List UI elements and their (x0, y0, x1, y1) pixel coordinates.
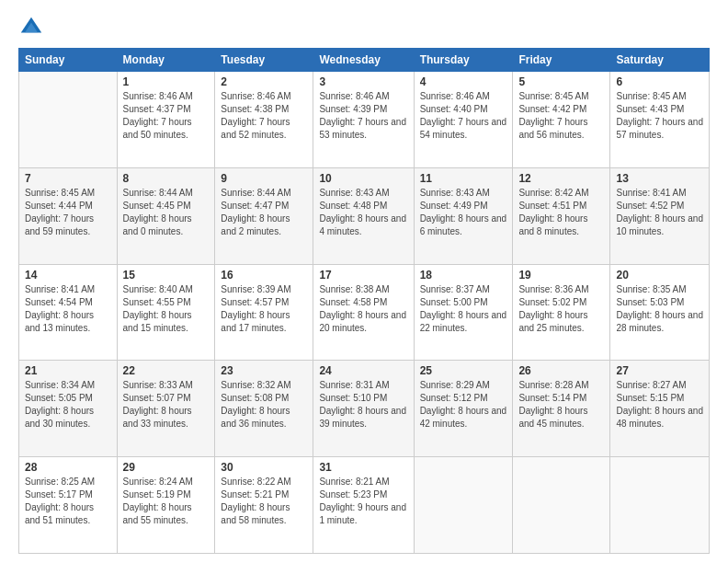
day-number: 24 (319, 364, 407, 377)
calendar-cell: 10Sunrise: 8:43 AMSunset: 4:48 PMDayligh… (313, 167, 414, 264)
calendar-cell: 25Sunrise: 8:29 AMSunset: 5:12 PMDayligh… (414, 361, 513, 457)
calendar-cell: 22Sunrise: 8:33 AMSunset: 5:07 PMDayligh… (117, 361, 215, 457)
day-number: 17 (319, 269, 407, 282)
day-info: Sunrise: 8:29 AMSunset: 5:12 PMDaylight:… (420, 379, 507, 431)
day-number: 1 (123, 75, 210, 88)
calendar-cell: 4Sunrise: 8:46 AMSunset: 4:40 PMDaylight… (414, 72, 513, 168)
day-number: 21 (25, 364, 111, 377)
calendar-week-row: 21Sunrise: 8:34 AMSunset: 5:05 PMDayligh… (19, 361, 710, 457)
day-info: Sunrise: 8:33 AMSunset: 5:07 PMDaylight:… (123, 379, 210, 431)
day-number: 26 (518, 364, 604, 377)
day-number: 27 (616, 364, 703, 377)
calendar-cell: 27Sunrise: 8:27 AMSunset: 5:15 PMDayligh… (610, 361, 710, 457)
weekday-header: Friday (513, 49, 610, 72)
calendar-cell (513, 457, 610, 554)
day-number: 29 (123, 461, 210, 474)
day-info: Sunrise: 8:21 AMSunset: 5:23 PMDaylight:… (319, 476, 407, 527)
calendar-cell: 26Sunrise: 8:28 AMSunset: 5:14 PMDayligh… (513, 361, 610, 457)
day-info: Sunrise: 8:45 AMSunset: 4:43 PMDaylight:… (616, 90, 703, 142)
calendar-cell (610, 457, 710, 554)
weekday-header: Thursday (414, 49, 513, 72)
calendar-cell: 14Sunrise: 8:41 AMSunset: 4:54 PMDayligh… (19, 264, 118, 361)
calendar-cell: 28Sunrise: 8:25 AMSunset: 5:17 PMDayligh… (19, 457, 118, 554)
day-info: Sunrise: 8:34 AMSunset: 5:05 PMDaylight:… (25, 379, 111, 431)
calendar-cell: 31Sunrise: 8:21 AMSunset: 5:23 PMDayligh… (313, 457, 414, 554)
day-number: 9 (221, 172, 307, 185)
day-info: Sunrise: 8:25 AMSunset: 5:17 PMDaylight:… (25, 476, 111, 527)
day-info: Sunrise: 8:46 AMSunset: 4:40 PMDaylight:… (420, 90, 507, 142)
calendar-week-row: 28Sunrise: 8:25 AMSunset: 5:17 PMDayligh… (19, 457, 710, 554)
weekday-header: Wednesday (313, 49, 414, 72)
calendar-cell: 18Sunrise: 8:37 AMSunset: 5:00 PMDayligh… (414, 264, 513, 361)
day-number: 19 (518, 269, 604, 282)
day-number: 13 (616, 172, 703, 185)
day-info: Sunrise: 8:46 AMSunset: 4:38 PMDaylight:… (221, 90, 307, 142)
calendar-table: SundayMondayTuesdayWednesdayThursdayFrid… (18, 48, 710, 554)
calendar-cell: 13Sunrise: 8:41 AMSunset: 4:52 PMDayligh… (610, 167, 710, 264)
day-number: 22 (123, 364, 210, 377)
day-info: Sunrise: 8:45 AMSunset: 4:44 PMDaylight:… (25, 187, 111, 238)
weekday-header: Monday (117, 49, 215, 72)
calendar-header-row: SundayMondayTuesdayWednesdayThursdayFrid… (19, 49, 710, 72)
calendar-cell: 7Sunrise: 8:45 AMSunset: 4:44 PMDaylight… (19, 167, 118, 264)
day-number: 4 (420, 75, 507, 88)
day-info: Sunrise: 8:41 AMSunset: 4:54 PMDaylight:… (25, 283, 111, 335)
day-info: Sunrise: 8:44 AMSunset: 4:47 PMDaylight:… (221, 187, 307, 238)
day-info: Sunrise: 8:43 AMSunset: 4:48 PMDaylight:… (319, 187, 407, 238)
day-info: Sunrise: 8:31 AMSunset: 5:10 PMDaylight:… (319, 379, 407, 431)
day-number: 31 (319, 461, 407, 474)
day-info: Sunrise: 8:28 AMSunset: 5:14 PMDaylight:… (518, 379, 604, 431)
day-info: Sunrise: 8:46 AMSunset: 4:37 PMDaylight:… (123, 90, 210, 142)
day-number: 14 (25, 269, 111, 282)
day-info: Sunrise: 8:37 AMSunset: 5:00 PMDaylight:… (420, 283, 507, 335)
day-info: Sunrise: 8:44 AMSunset: 4:45 PMDaylight:… (123, 187, 210, 238)
calendar-cell: 17Sunrise: 8:38 AMSunset: 4:58 PMDayligh… (313, 264, 414, 361)
day-info: Sunrise: 8:41 AMSunset: 4:52 PMDaylight:… (616, 187, 703, 238)
day-number: 12 (518, 172, 604, 185)
calendar-cell (414, 457, 513, 554)
header (18, 15, 710, 40)
day-number: 28 (25, 461, 111, 474)
calendar-cell: 5Sunrise: 8:45 AMSunset: 4:42 PMDaylight… (513, 72, 610, 168)
calendar-cell: 16Sunrise: 8:39 AMSunset: 4:57 PMDayligh… (215, 264, 313, 361)
calendar-cell: 29Sunrise: 8:24 AMSunset: 5:19 PMDayligh… (117, 457, 215, 554)
day-info: Sunrise: 8:24 AMSunset: 5:19 PMDaylight:… (123, 476, 210, 527)
calendar-cell: 1Sunrise: 8:46 AMSunset: 4:37 PMDaylight… (117, 72, 215, 168)
day-info: Sunrise: 8:40 AMSunset: 4:55 PMDaylight:… (123, 283, 210, 335)
calendar-cell: 20Sunrise: 8:35 AMSunset: 5:03 PMDayligh… (610, 264, 710, 361)
day-info: Sunrise: 8:35 AMSunset: 5:03 PMDaylight:… (616, 283, 703, 335)
calendar-cell (19, 72, 118, 168)
day-number: 20 (616, 269, 703, 282)
day-info: Sunrise: 8:45 AMSunset: 4:42 PMDaylight:… (518, 90, 604, 142)
day-info: Sunrise: 8:43 AMSunset: 4:49 PMDaylight:… (420, 187, 507, 238)
calendar-cell: 30Sunrise: 8:22 AMSunset: 5:21 PMDayligh… (215, 457, 313, 554)
day-number: 16 (221, 269, 307, 282)
logo (18, 15, 48, 40)
logo-icon (18, 15, 44, 40)
day-number: 25 (420, 364, 507, 377)
calendar-cell: 6Sunrise: 8:45 AMSunset: 4:43 PMDaylight… (610, 72, 710, 168)
calendar-cell: 23Sunrise: 8:32 AMSunset: 5:08 PMDayligh… (215, 361, 313, 457)
weekday-header: Tuesday (215, 49, 313, 72)
page: SundayMondayTuesdayWednesdayThursdayFrid… (0, 0, 728, 563)
day-info: Sunrise: 8:38 AMSunset: 4:58 PMDaylight:… (319, 283, 407, 335)
day-number: 11 (420, 172, 507, 185)
calendar-cell: 9Sunrise: 8:44 AMSunset: 4:47 PMDaylight… (215, 167, 313, 264)
day-info: Sunrise: 8:27 AMSunset: 5:15 PMDaylight:… (616, 379, 703, 431)
day-number: 23 (221, 364, 307, 377)
day-number: 18 (420, 269, 507, 282)
day-number: 10 (319, 172, 407, 185)
weekday-header: Sunday (19, 49, 118, 72)
day-number: 30 (221, 461, 307, 474)
day-info: Sunrise: 8:46 AMSunset: 4:39 PMDaylight:… (319, 90, 407, 142)
calendar-cell: 19Sunrise: 8:36 AMSunset: 5:02 PMDayligh… (513, 264, 610, 361)
day-number: 7 (25, 172, 111, 185)
calendar-week-row: 7Sunrise: 8:45 AMSunset: 4:44 PMDaylight… (19, 167, 710, 264)
day-info: Sunrise: 8:36 AMSunset: 5:02 PMDaylight:… (518, 283, 604, 335)
day-number: 3 (319, 75, 407, 88)
day-number: 15 (123, 269, 210, 282)
day-number: 5 (518, 75, 604, 88)
day-number: 6 (616, 75, 703, 88)
calendar-cell: 21Sunrise: 8:34 AMSunset: 5:05 PMDayligh… (19, 361, 118, 457)
calendar-cell: 11Sunrise: 8:43 AMSunset: 4:49 PMDayligh… (414, 167, 513, 264)
